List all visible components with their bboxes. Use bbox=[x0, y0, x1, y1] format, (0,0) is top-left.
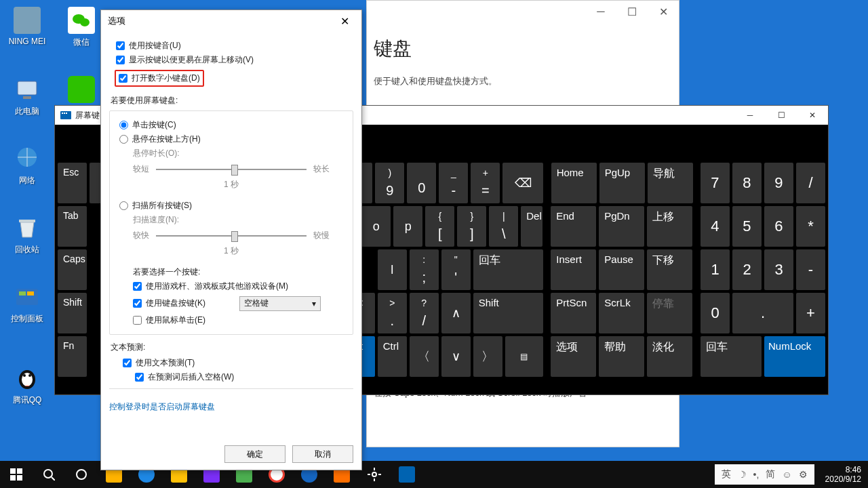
radio-click[interactable]: 单击按键(C) bbox=[119, 119, 343, 131]
key-options[interactable]: 选项 bbox=[551, 336, 596, 377]
close-button[interactable]: ✕ bbox=[797, 106, 828, 125]
key-arrow-left[interactable]: 〈 bbox=[410, 336, 439, 377]
numpad-4[interactable]: 4 bbox=[701, 206, 730, 247]
key-insert[interactable]: Insert bbox=[551, 249, 596, 290]
key-arrow-right[interactable]: 〉 bbox=[473, 336, 502, 377]
numpad-6[interactable]: 6 bbox=[764, 206, 793, 247]
key-p[interactable]: p bbox=[393, 206, 422, 247]
key-arrow-down[interactable]: ∨ bbox=[441, 336, 471, 377]
checkbox-space[interactable]: 在预测词后插入空格(W) bbox=[135, 371, 347, 383]
key-pause[interactable]: Pause bbox=[599, 249, 644, 290]
key-tab[interactable]: Tab bbox=[58, 206, 87, 247]
checkbox-showkeys[interactable]: 显示按键以便更易在屏幕上移动(V) bbox=[116, 54, 347, 66]
control-login-link[interactable]: 控制登录时是否启动屏幕键盘 bbox=[109, 401, 215, 413]
key-up[interactable]: 上移 bbox=[647, 206, 692, 247]
key-menu[interactable]: ▤ bbox=[505, 336, 543, 377]
key-select[interactable]: 空格键▾ bbox=[239, 296, 321, 311]
desktop-icon-recycle[interactable]: 回收站 bbox=[3, 214, 51, 256]
key-end[interactable]: End bbox=[551, 206, 596, 247]
maximize-button[interactable]: ☐ bbox=[616, 1, 648, 22]
close-button[interactable]: ✕ bbox=[334, 11, 355, 31]
key-0[interactable]: 0 bbox=[407, 163, 436, 203]
key-shift-r[interactable]: Shift bbox=[473, 293, 543, 333]
numpad-7[interactable]: 7 bbox=[701, 163, 730, 203]
checkbox-mouse[interactable]: 使用鼠标单击(E) bbox=[133, 314, 343, 326]
start-button[interactable] bbox=[0, 461, 33, 488]
key-slash[interactable]: ?/ bbox=[410, 293, 439, 333]
key-fade[interactable]: 淡化 bbox=[647, 336, 692, 377]
cancel-button[interactable]: 取消 bbox=[292, 445, 353, 463]
key-period[interactable]: >. bbox=[378, 293, 407, 333]
key-down[interactable]: 下移 bbox=[647, 249, 692, 290]
key-dock[interactable]: 停靠 bbox=[647, 293, 692, 333]
close-button[interactable]: ✕ bbox=[648, 1, 679, 22]
dialog-titlebar[interactable]: 选项 ✕ bbox=[101, 10, 361, 32]
key-rbracket[interactable]: }] bbox=[457, 206, 486, 247]
desktop-icon[interactable] bbox=[58, 76, 105, 106]
taskbar-osk[interactable] bbox=[391, 461, 423, 488]
key-ctrl[interactable]: Ctrl bbox=[378, 336, 407, 377]
key-lbracket[interactable]: {[ bbox=[425, 206, 454, 247]
ok-button[interactable]: 确定 bbox=[224, 445, 285, 463]
scan-slider[interactable]: 较快较慢 bbox=[133, 230, 330, 241]
checkbox-keysound[interactable]: 使用按键音(U) bbox=[116, 40, 347, 52]
desktop-icon-network[interactable]: 网络 bbox=[3, 145, 51, 186]
numpad-8[interactable]: 8 bbox=[732, 163, 762, 203]
checkbox-numpad[interactable]: 打开数字小键盘(D) bbox=[119, 73, 200, 84]
checkbox-joystick[interactable]: 使用游戏杆、游戏板或其他游戏设备(M) bbox=[133, 281, 343, 292]
numpad-1[interactable]: 1 bbox=[701, 249, 730, 290]
desktop-icon[interactable]: 微信 bbox=[58, 7, 105, 48]
search-button[interactable] bbox=[33, 461, 65, 488]
minimize-button[interactable]: ─ bbox=[585, 1, 616, 22]
numpad-enter[interactable]: 回车 bbox=[701, 336, 762, 377]
key-home[interactable]: Home bbox=[551, 163, 597, 203]
key-fn[interactable]: Fn bbox=[58, 336, 87, 377]
desktop-icon-pc[interactable]: 此电脑 bbox=[3, 76, 51, 117]
key-pgup[interactable]: PgUp bbox=[599, 163, 645, 203]
checkbox-predict[interactable]: 使用文本预测(T) bbox=[123, 357, 347, 369]
desktop-icon-control-panel[interactable]: 控制面板 bbox=[3, 283, 51, 325]
key-shift-l[interactable]: Shift bbox=[58, 293, 87, 333]
numpad-add[interactable]: + bbox=[796, 293, 825, 333]
numpad-dot[interactable]: . bbox=[732, 293, 793, 333]
key-equals[interactable]: += bbox=[471, 163, 500, 203]
key-backspace[interactable]: ⌫ bbox=[502, 163, 543, 203]
key-pgdn[interactable]: PgDn bbox=[599, 206, 644, 247]
tray-clock[interactable]: 8:46 2020/9/12 bbox=[818, 465, 868, 485]
numpad-div[interactable]: / bbox=[796, 163, 825, 203]
ime-indicator[interactable]: 英 ☽ •, 简 ☺ ⚙ bbox=[715, 464, 814, 485]
key-prtscn[interactable]: PrtScn bbox=[551, 293, 596, 333]
key-backslash[interactable]: |\ bbox=[489, 206, 518, 247]
key-l[interactable]: l bbox=[378, 249, 407, 290]
radio-hover[interactable]: 悬停在按键上方(H) bbox=[119, 134, 343, 145]
key-scrlk[interactable]: ScrLk bbox=[599, 293, 644, 333]
numpad-5[interactable]: 5 bbox=[732, 206, 762, 247]
taskbar-settings[interactable] bbox=[358, 461, 391, 488]
hover-slider[interactable]: 较短较长 bbox=[133, 163, 330, 175]
cortana-button[interactable] bbox=[65, 461, 98, 488]
numpad-sub[interactable]: - bbox=[796, 249, 825, 290]
numpad-9[interactable]: 9 bbox=[764, 163, 793, 203]
numpad-0[interactable]: 0 bbox=[701, 293, 730, 333]
key-arrow-up[interactable]: ∧ bbox=[441, 293, 471, 333]
key-semi[interactable]: :; bbox=[410, 249, 439, 290]
key-nav[interactable]: 导航 bbox=[648, 163, 693, 203]
maximize-button[interactable]: ☐ bbox=[766, 106, 797, 125]
key-minus[interactable]: _- bbox=[439, 163, 468, 203]
numpad-2[interactable]: 2 bbox=[732, 249, 762, 290]
key-caps[interactable]: Caps bbox=[58, 249, 87, 290]
key-help[interactable]: 帮助 bbox=[599, 336, 644, 377]
key-enter[interactable]: 回车 bbox=[473, 249, 543, 290]
desktop-icon-qq[interactable]: 腾讯QQ bbox=[3, 365, 51, 406]
key-o[interactable]: o bbox=[361, 206, 391, 247]
minimize-button[interactable]: ─ bbox=[734, 106, 766, 125]
radio-scan[interactable]: 扫描所有按键(S) bbox=[119, 200, 343, 211]
numpad-mul[interactable]: * bbox=[796, 206, 825, 247]
key-del[interactable]: Del bbox=[521, 206, 542, 247]
numpad-numlock[interactable]: NumLock bbox=[764, 336, 825, 377]
numpad-3[interactable]: 3 bbox=[764, 249, 793, 290]
key-esc[interactable]: Esc bbox=[58, 163, 87, 203]
checkbox-kbdkey[interactable]: 使用键盘按键(K) bbox=[133, 298, 205, 309]
key-quote[interactable]: "' bbox=[441, 249, 471, 290]
desktop-icon[interactable]: NING MEI bbox=[3, 7, 51, 46]
